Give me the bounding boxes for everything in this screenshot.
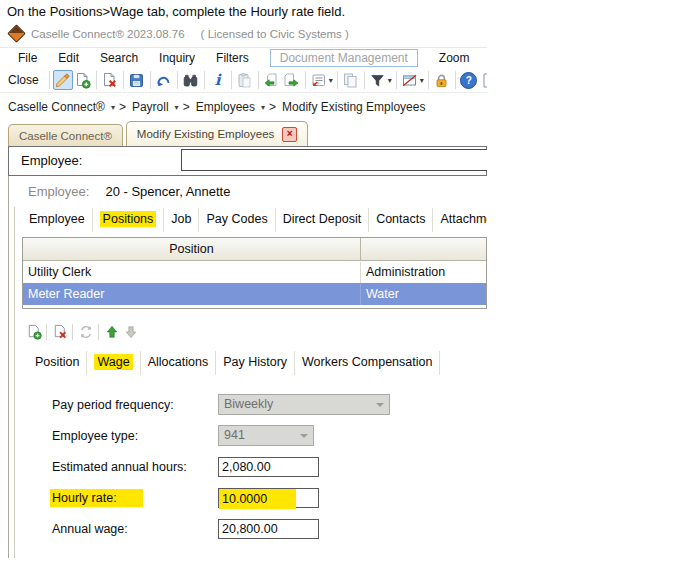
close-button[interactable]: Close [8,73,39,87]
employee-header-label: Employee: [28,184,89,199]
tab-position[interactable]: Position [28,351,87,375]
green-up-arrow-icon [104,324,120,340]
form-row-estimated-annual-hours: Estimated annual hours: 2,080.00 [52,456,390,477]
tab-label: Caselle Connect® [19,125,112,147]
menu-document-management[interactable]: Document Management [270,49,418,67]
tab-close-icon[interactable]: × [282,127,297,142]
menu-search[interactable]: Search [100,51,138,65]
copy-pages-icon [342,72,359,89]
tab-direct-deposit[interactable]: Direct Deposit [276,208,370,232]
tab-employee[interactable]: Employee [22,208,93,232]
task-list-button[interactable] [309,70,329,90]
employee-type-value: 941 [224,428,245,442]
lock-button[interactable] [432,70,452,90]
dropdown-caret-icon[interactable]: ▾ [388,76,392,85]
delete-record-button[interactable] [50,323,69,342]
toolbar-separator [204,71,205,89]
column-header-department[interactable] [361,238,486,260]
hourly-rate-input[interactable]: 10.0000 [218,488,319,508]
checkout-back-button[interactable] [262,70,282,90]
tab-contacts[interactable]: Contacts [369,208,433,232]
estimated-annual-hours-input[interactable]: 2,080.00 [218,457,319,477]
save-button[interactable] [127,70,147,90]
table-row-meter-reader-selected[interactable]: Meter Reader Water [23,283,486,305]
pencil-icon [54,72,71,89]
find-button[interactable] [181,70,201,90]
breadcrumb-caret-icon[interactable]: ▾ [111,103,115,112]
table-row-utility-clerk[interactable]: Utility Clerk Administration [23,261,486,283]
tab-pay-codes[interactable]: Pay Codes [199,208,275,232]
help-button[interactable]: ? [459,70,479,90]
new-record-button[interactable] [73,70,93,90]
hourly-rate-value-highlight: 10.0000 [219,489,296,509]
toolbar-separator [305,71,306,89]
wage-form: Pay period frequency: Biweekly Employee … [52,394,390,549]
breadcrumb-modify-existing-employees[interactable]: Modify Existing Employees [282,100,425,114]
checkout-forward-button[interactable] [282,70,302,90]
tab-pay-history[interactable]: Pay History [216,351,295,375]
breadcrumb-caret-icon[interactable]: ▾ [175,103,179,112]
clipped-toolbar-button[interactable] [479,70,487,90]
breadcrumb-caret-icon[interactable]: ▾ [261,103,265,112]
move-down-button[interactable] [121,323,140,342]
form-row-pay-period-frequency: Pay period frequency: Biweekly [52,394,390,415]
toolbar-separator [72,324,73,340]
copy-button[interactable] [341,70,361,90]
window-title: Caselle Connect® 2023.08.76 [31,28,185,40]
menu-inquiry[interactable]: Inquiry [159,51,195,65]
tab-attachments[interactable]: Attachments [433,208,487,232]
toolbar-separator [455,71,456,89]
breadcrumb-caselle-connect[interactable]: Caselle Connect® [8,100,105,114]
refresh-icon [78,324,94,340]
tab-positions-label: Positions [100,211,157,227]
add-record-button[interactable] [24,323,43,342]
employee-lookup-input[interactable] [181,149,487,171]
paste-button[interactable] [235,70,255,90]
breadcrumb-employees[interactable]: Employees [196,100,255,114]
toolbar-separator [98,324,99,340]
toolbar-separator [396,71,397,89]
annual-wage-input[interactable]: 20,800.00 [218,519,319,539]
info-button[interactable]: i [208,70,228,90]
menu-file[interactable]: File [18,51,37,65]
toolbar-separator [150,71,151,89]
tab-modify-existing-employees[interactable]: Modify Existing Employees × [126,121,308,146]
refresh-button[interactable] [76,323,95,342]
floppy-disk-icon [128,72,145,89]
toolbar-separator [428,71,429,89]
menu-zoom[interactable]: Zoom [439,51,470,65]
task-instruction: On the Positions>Wage tab, complete the … [7,4,345,19]
employee-tab-bar: Employee Positions Job Pay Codes Direct … [22,208,487,232]
column-header-position[interactable]: Position [23,238,361,260]
undo-button[interactable] [154,70,174,90]
breadcrumb-separator: > [269,100,276,114]
tab-label: Modify Existing Employees [137,123,274,145]
license-text: ( Licensed to Civic Systems ) [201,28,349,40]
tab-wage[interactable]: Wage [87,351,140,375]
tab-workers-compensation[interactable]: Workers Compensation [295,351,440,375]
delete-page-icon [52,324,68,340]
move-up-button[interactable] [102,323,121,342]
toolbar-separator [364,71,365,89]
menu-edit[interactable]: Edit [58,51,79,65]
filter-button[interactable] [368,70,388,90]
tab-caselle-connect[interactable]: Caselle Connect® [8,124,123,146]
green-back-arrow-icon [263,72,280,89]
task-list-icon [310,72,327,89]
gray-down-arrow-icon [123,324,139,340]
dropdown-caret-icon[interactable]: ▾ [420,76,424,85]
delete-record-button[interactable] [100,70,120,90]
menu-filters[interactable]: Filters [216,51,249,65]
help-icon: ? [460,72,477,89]
breadcrumb-payroll[interactable]: Payroll [132,100,169,114]
window-options-button[interactable] [400,70,420,90]
form-row-hourly-rate: Hourly rate: 10.0000 [52,487,390,508]
edit-button[interactable] [53,70,73,90]
employee-header: Employee: 20 - Spencer, Annette [28,181,230,201]
tab-positions[interactable]: Positions [93,208,165,232]
annual-wage-label: Annual wage: [52,522,218,536]
pay-period-frequency-value: Biweekly [224,397,273,411]
tab-job[interactable]: Job [164,208,199,232]
dropdown-caret-icon[interactable]: ▾ [329,76,333,85]
tab-allocations[interactable]: Allocations [141,351,216,375]
